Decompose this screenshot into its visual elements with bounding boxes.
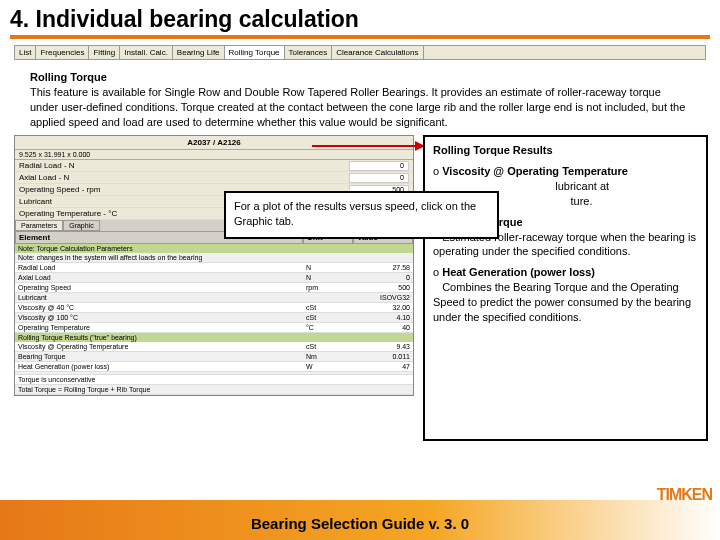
results-panel: A2037 / A2126 9.525 x 31.991 x 0.000 Rad… xyxy=(14,135,414,396)
tab-tolerances[interactable]: Tolerances xyxy=(285,46,333,59)
item-heat-gen-body: Combines the Bearing Torque and the Oper… xyxy=(433,281,691,323)
cell-element: Viscosity @ 40 °C xyxy=(15,303,303,312)
cell-value xyxy=(353,375,413,384)
grid-row: Bearing TorqueNm0.011 xyxy=(15,352,413,362)
grid-row: Note: changes in the system will affect … xyxy=(15,253,413,263)
cell-unit: cSt xyxy=(303,313,353,322)
cell-element: Axial Load xyxy=(15,273,303,282)
grid-row: Viscosity @ 40 °CcSt32.00 xyxy=(15,303,413,313)
cell-unit xyxy=(303,372,353,374)
item-viscosity: Viscosity @ Operating Temperature xyxy=(442,165,628,177)
cell-element: Total Torque = Rolling Torque + Rib Torq… xyxy=(15,385,303,394)
app-tabs: List Frequencies Fitting Install. Calc. … xyxy=(14,45,706,60)
cell-element: Viscosity @ Operating Temperature xyxy=(15,342,303,351)
tab-graphic[interactable]: Graphic xyxy=(63,220,100,231)
grid-row: Operating Temperature°C40 xyxy=(15,323,413,333)
cell-element: Operating Speed xyxy=(15,283,303,292)
cell-unit: °C xyxy=(303,323,353,332)
grid-row: Radial LoadN27.58 xyxy=(15,263,413,273)
tail1: lubricant at xyxy=(555,180,609,192)
cell-value: 0.011 xyxy=(353,352,413,361)
grid-row: Torque is unconservative xyxy=(15,375,413,385)
input-label: Radial Load - N xyxy=(19,161,349,170)
tail2: ture. xyxy=(571,195,593,207)
callout-over-text: For a plot of the results versus speed, … xyxy=(234,200,476,227)
grid-row: Viscosity @ 100 °CcSt4.10 xyxy=(15,313,413,323)
cell-element: Bearing Torque xyxy=(15,352,303,361)
cell-element: Viscosity @ 100 °C xyxy=(15,313,303,322)
footer-text: Bearing Selection Guide v. 3. 0 xyxy=(0,515,720,532)
cell-value: 4.10 xyxy=(353,313,413,322)
grid-row: Axial LoadN0 xyxy=(15,273,413,283)
cell-value: 47 xyxy=(353,362,413,371)
cell-unit xyxy=(303,375,353,384)
cell-unit xyxy=(303,293,353,302)
cell-unit: N xyxy=(303,273,353,282)
grid-section: Note: Torque Calculation Parameters xyxy=(15,244,413,253)
arrow-icon xyxy=(312,145,424,147)
tab-parameters[interactable]: Parameters xyxy=(15,220,63,231)
input-row: Axial Load - N0 xyxy=(15,172,413,184)
grid-row: Heat Generation (power loss)W47 xyxy=(15,362,413,372)
cell-value: 0 xyxy=(353,273,413,282)
input-row: Radial Load - N0 xyxy=(15,160,413,172)
input-label: Axial Load - N xyxy=(19,173,349,182)
cell-element: Note: changes in the system will affect … xyxy=(15,253,303,262)
cell-element xyxy=(15,372,303,374)
tab-clearance[interactable]: Clearance Calculations xyxy=(332,46,423,59)
cell-element: Radial Load xyxy=(15,263,303,272)
panel-sub: 9.525 x 31.991 x 0.000 xyxy=(15,150,413,160)
cell-unit: Nm xyxy=(303,352,353,361)
section-text: Rolling Torque This feature is available… xyxy=(30,70,690,129)
grid-row: Viscosity @ Operating TemperaturecSt9.43 xyxy=(15,342,413,352)
callout-title: Rolling Torque Results xyxy=(433,144,553,156)
tab-rolling-torque[interactable]: Rolling Torque xyxy=(225,46,285,59)
input-value[interactable]: 0 xyxy=(349,173,409,183)
grid-row: Operating Speedrpm500 xyxy=(15,283,413,293)
tab-install-calc[interactable]: Install. Calc. xyxy=(120,46,173,59)
cell-element: Operating Temperature xyxy=(15,323,303,332)
item-heat-gen: Heat Generation (power loss) xyxy=(442,266,595,278)
cell-value: 32.00 xyxy=(353,303,413,312)
title-underline xyxy=(10,35,710,39)
cell-value: 9.43 xyxy=(353,342,413,351)
cell-unit: N xyxy=(303,263,353,272)
section-body: This feature is available for Single Row… xyxy=(30,86,685,128)
cell-element: Lubricant xyxy=(15,293,303,302)
tab-list[interactable]: List xyxy=(15,46,36,59)
cell-element: Torque is unconservative xyxy=(15,375,303,384)
cell-unit: cSt xyxy=(303,342,353,351)
cell-unit: rpm xyxy=(303,283,353,292)
slide-title: 4. Individual bearing calculation xyxy=(0,0,720,35)
cell-value: ISOVG32 xyxy=(353,293,413,302)
cell-unit xyxy=(303,253,353,262)
cell-value: 40 xyxy=(353,323,413,332)
grid-row: Total Torque = Rolling Torque + Rib Torq… xyxy=(15,385,413,395)
grid-section: Rolling Torque Results ("true" bearing) xyxy=(15,333,413,342)
tab-fitting[interactable]: Fitting xyxy=(89,46,120,59)
cell-unit xyxy=(303,385,353,394)
callout-graphic-tip: For a plot of the results versus speed, … xyxy=(224,191,499,239)
cell-unit: cSt xyxy=(303,303,353,312)
cell-value xyxy=(353,372,413,374)
cell-value: 500 xyxy=(353,283,413,292)
tab-frequencies[interactable]: Frequencies xyxy=(36,46,89,59)
input-value[interactable]: 0 xyxy=(349,161,409,171)
panel-header: A2037 / A2126 xyxy=(15,136,413,150)
section-heading: Rolling Torque xyxy=(30,71,107,83)
cell-value xyxy=(353,385,413,394)
cell-value: 27.58 xyxy=(353,263,413,272)
tab-bearing-life[interactable]: Bearing Life xyxy=(173,46,225,59)
cell-unit: W xyxy=(303,362,353,371)
cell-element: Heat Generation (power loss) xyxy=(15,362,303,371)
cell-value xyxy=(353,253,413,262)
grid-row: LubricantISOVG32 xyxy=(15,293,413,303)
callout-results: Rolling Torque Results o Viscosity @ Ope… xyxy=(423,135,708,441)
